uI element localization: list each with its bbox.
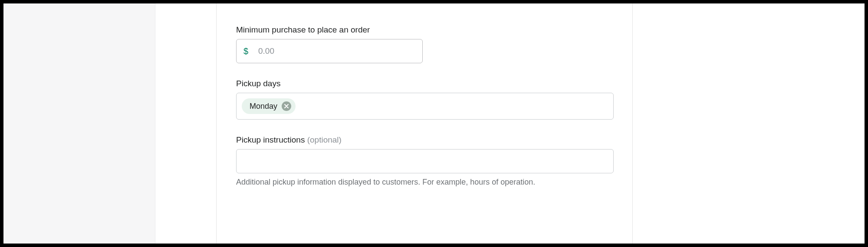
- pickup-instructions-help: Additional pickup information displayed …: [236, 178, 613, 187]
- minimum-purchase-input[interactable]: [236, 39, 423, 63]
- pickup-instructions-label-text: Pickup instructions: [236, 135, 305, 144]
- pickup-days-input[interactable]: Monday: [236, 93, 614, 120]
- tag-remove-button[interactable]: [282, 101, 291, 111]
- page-container: Minimum purchase to place an order $ Pic…: [0, 0, 868, 247]
- minimum-purchase-label: Minimum purchase to place an order: [236, 25, 613, 35]
- pickup-instructions-label: Pickup instructions (optional): [236, 135, 613, 145]
- tag-label: Monday: [250, 102, 277, 111]
- pickup-instructions-input[interactable]: [236, 149, 614, 173]
- pickup-days-label: Pickup days: [236, 79, 613, 88]
- optional-text: (optional): [307, 135, 342, 144]
- currency-input-wrapper: $: [236, 39, 423, 63]
- pickup-days-group: Pickup days Monday: [236, 79, 613, 120]
- tag-monday: Monday: [242, 98, 296, 114]
- main-area: Minimum purchase to place an order $ Pic…: [155, 3, 865, 244]
- pickup-instructions-group: Pickup instructions (optional) Additiona…: [236, 135, 613, 187]
- left-sidebar: [3, 3, 155, 244]
- settings-form: Minimum purchase to place an order $ Pic…: [216, 3, 633, 244]
- minimum-purchase-group: Minimum purchase to place an order $: [236, 25, 613, 63]
- close-icon: [284, 104, 289, 108]
- right-space: [633, 3, 865, 244]
